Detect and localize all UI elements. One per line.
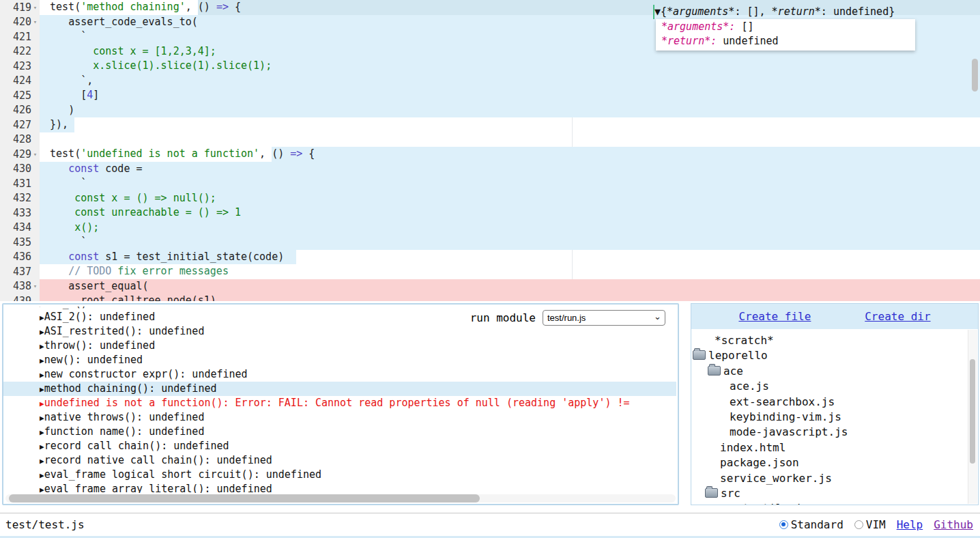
expand-triangle-icon[interactable]: ▶ bbox=[40, 485, 44, 493]
file-tree-item[interactable]: package.json bbox=[691, 455, 968, 470]
code-line-text: ) bbox=[44, 103, 980, 118]
file-tree-item[interactable]: ace bbox=[691, 364, 968, 379]
file-tree-item[interactable]: ace.js bbox=[691, 379, 968, 394]
test-result-item[interactable]: ▶eval_frame array_literal(): undefined bbox=[3, 482, 676, 493]
file-tree-item[interactable]: *scratch* bbox=[691, 333, 968, 348]
help-link[interactable]: Help bbox=[897, 518, 923, 531]
fold-arrow-icon[interactable]: ▾ bbox=[31, 283, 39, 289]
run-module-value: test/run.js bbox=[547, 313, 586, 323]
file-tree-item[interactable]: keybinding-vim.js bbox=[691, 410, 968, 425]
file-tree-item[interactable]: src bbox=[691, 486, 968, 501]
fold-arrow-icon[interactable]: ▾ bbox=[31, 151, 39, 158]
expand-triangle-icon[interactable]: ▶ bbox=[40, 442, 44, 451]
code-line-text bbox=[44, 132, 980, 147]
gutter-line-number[interactable]: 420▾ bbox=[0, 15, 40, 30]
gutter-line-number[interactable]: 439 bbox=[0, 294, 40, 301]
gutter-line-number[interactable]: 424 bbox=[0, 74, 40, 89]
code-line-text: const code = bbox=[44, 162, 980, 177]
test-result-item[interactable]: ▶eval_frame logical short circuit(): und… bbox=[3, 468, 676, 482]
file-tree-scrollbar-thumb[interactable] bbox=[970, 359, 975, 464]
run-module-select[interactable]: test/run.js ⌄ bbox=[543, 310, 665, 326]
expand-triangle-icon[interactable]: ▶ bbox=[40, 356, 44, 365]
gutter-line-number[interactable]: 426 bbox=[0, 103, 40, 118]
expand-triangle-icon[interactable]: ▶ bbox=[40, 428, 44, 437]
expand-triangle-icon[interactable]: ▶ bbox=[40, 414, 44, 423]
test-result-item[interactable]: ▶method chaining(): undefined bbox=[3, 382, 676, 396]
code-line-text: ` bbox=[44, 235, 980, 250]
keybinding-standard-option[interactable]: Standard bbox=[779, 518, 844, 531]
fold-arrow-icon[interactable]: ▾ bbox=[31, 4, 39, 11]
gutter-line-number[interactable]: 422 bbox=[0, 44, 40, 59]
calltree-entry[interactable]: *return*: undefined bbox=[656, 34, 915, 48]
gutter-line-number[interactable]: 425 bbox=[0, 88, 40, 103]
folder-icon bbox=[705, 488, 718, 498]
gutter-line-number[interactable]: 436 bbox=[0, 250, 40, 265]
create-dir-link[interactable]: Create dir bbox=[865, 310, 930, 323]
file-tree-item[interactable]: leporello bbox=[691, 348, 968, 363]
code-editor[interactable]: test('method chaining', () => {assert_co… bbox=[0, 0, 980, 301]
expand-triangle-icon[interactable]: ▶ bbox=[40, 457, 44, 466]
gutter-line-number[interactable]: 434 bbox=[0, 221, 40, 236]
folder-icon bbox=[708, 366, 721, 376]
file-tree-scrollbar[interactable] bbox=[968, 330, 977, 504]
file-tree-item[interactable]: ast_utils.js bbox=[691, 501, 968, 505]
file-tree-item[interactable]: ext-searchbox.js bbox=[691, 395, 968, 410]
eval-panel-hscrollbar-thumb[interactable] bbox=[9, 494, 480, 502]
calltree-expanded-view: *arguments*: [] *return*: undefined bbox=[656, 19, 915, 51]
eval-panel-hscrollbar[interactable] bbox=[5, 494, 676, 502]
gutter-line-number[interactable]: 431 bbox=[0, 176, 40, 191]
github-link[interactable]: Github bbox=[934, 518, 973, 531]
fold-arrow-icon[interactable]: ▾ bbox=[31, 18, 39, 25]
code-line: }), bbox=[0, 117, 980, 132]
test-result-item[interactable]: ▶record call chain(): undefined bbox=[3, 439, 676, 453]
gutter-line-number[interactable]: 432 bbox=[0, 191, 40, 206]
gutter-line-number[interactable]: 430 bbox=[0, 162, 40, 177]
code-line-text: // TODO fix error messages bbox=[44, 264, 980, 279]
test-result-item[interactable]: ▶new(): undefined bbox=[3, 353, 676, 367]
code-line-text: assert_equal( bbox=[44, 279, 980, 294]
arguments-key: *arguments* bbox=[667, 5, 734, 18]
radio-selected-icon[interactable] bbox=[779, 520, 788, 529]
expand-triangle-icon[interactable]: ▶ bbox=[40, 342, 44, 351]
calltree-node-header[interactable]: ▼{*arguments*: [], *return*: undefined} bbox=[653, 5, 654, 19]
gutter-line-number[interactable]: 419▾ bbox=[0, 0, 40, 15]
test-result-item[interactable]: ▶undefined is not a function(): Error: F… bbox=[3, 396, 676, 410]
test-result-item[interactable]: ▶function name(): undefined bbox=[3, 425, 676, 439]
expand-triangle-icon[interactable]: ▶ bbox=[40, 328, 44, 337]
expand-triangle-icon[interactable]: ▶ bbox=[40, 313, 44, 322]
test-result-item[interactable]: ▶throw(): undefined bbox=[3, 339, 676, 353]
gutter-line-number[interactable]: 423 bbox=[0, 59, 40, 74]
gutter-line-number[interactable]: 438▾ bbox=[0, 279, 40, 294]
expand-triangle-icon[interactable]: ▶ bbox=[40, 385, 44, 394]
code-line-text: `, bbox=[44, 74, 980, 89]
gutter-line-number[interactable]: 437 bbox=[0, 264, 40, 279]
collapse-triangle-icon[interactable]: ▼{ bbox=[654, 5, 667, 18]
editor-scrollbar-thumb[interactable] bbox=[972, 59, 978, 91]
gutter-line-number[interactable]: 421 bbox=[0, 29, 40, 44]
gutter-line-number[interactable]: 433 bbox=[0, 206, 40, 221]
file-tree-item[interactable]: mode-javascript.js bbox=[691, 425, 968, 440]
code-line: ` bbox=[0, 176, 980, 191]
file-tree-item[interactable]: index.html bbox=[691, 440, 968, 455]
test-result-item[interactable]: ▶native throws(): undefined bbox=[3, 410, 676, 425]
radio-unselected-icon[interactable] bbox=[854, 520, 863, 529]
expand-triangle-icon[interactable]: ▶ bbox=[40, 471, 44, 480]
gutter-line-number[interactable]: 428 bbox=[0, 132, 40, 147]
code-line bbox=[0, 132, 980, 147]
expand-triangle-icon[interactable]: ▶ bbox=[40, 307, 44, 309]
expand-triangle-icon[interactable]: ▶ bbox=[40, 399, 44, 408]
gutter-line-number[interactable]: 427 bbox=[0, 117, 40, 132]
keybinding-vim-option[interactable]: VIM bbox=[854, 518, 886, 531]
calltree-entry[interactable]: *arguments*: [] bbox=[656, 20, 915, 34]
test-result-item[interactable]: ▶ASI_restrited(): undefined bbox=[3, 324, 676, 339]
test-result-item[interactable]: ▶new constructor expr(): undefined bbox=[3, 367, 676, 382]
eval-panel: run module test/run.js ⌄ ▶ASI_1(): undef… bbox=[2, 303, 679, 505]
code-line-text: const unreachable = () => 1 bbox=[44, 206, 980, 221]
file-tree-item[interactable]: service_worker.js bbox=[691, 471, 968, 486]
gutter-line-number[interactable]: 435 bbox=[0, 235, 40, 250]
expand-triangle-icon[interactable]: ▶ bbox=[40, 371, 44, 380]
gutter-line-number[interactable]: 429▾ bbox=[0, 147, 40, 162]
create-file-link[interactable]: Create file bbox=[738, 310, 811, 323]
test-result-item[interactable]: ▶record native call chain(): undefined bbox=[3, 453, 676, 468]
code-line-text: x(); bbox=[44, 221, 980, 236]
